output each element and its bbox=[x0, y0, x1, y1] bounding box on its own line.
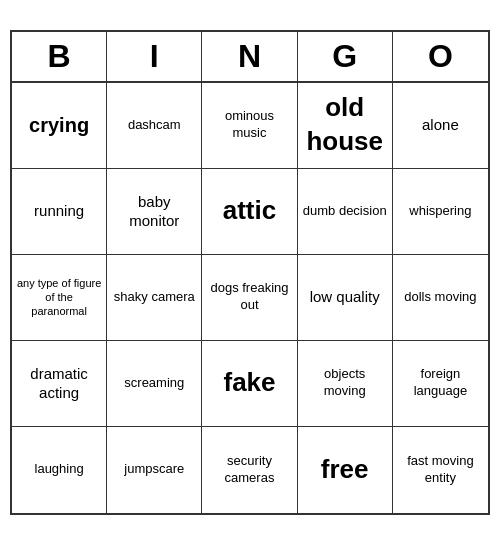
bingo-cell-7: attic bbox=[202, 169, 297, 255]
bingo-letter-o: O bbox=[393, 32, 488, 81]
bingo-cell-19: foreign language bbox=[393, 341, 488, 427]
bingo-letter-i: I bbox=[107, 32, 202, 81]
bingo-cell-2: ominous music bbox=[202, 83, 297, 169]
bingo-cell-4: alone bbox=[393, 83, 488, 169]
bingo-cell-14: dolls moving bbox=[393, 255, 488, 341]
bingo-cell-9: whispering bbox=[393, 169, 488, 255]
bingo-cell-16: screaming bbox=[107, 341, 202, 427]
bingo-cell-21: jumpscare bbox=[107, 427, 202, 513]
bingo-cell-22: security cameras bbox=[202, 427, 297, 513]
bingo-letter-g: G bbox=[298, 32, 393, 81]
bingo-cell-10: any type of figure of the paranormal bbox=[12, 255, 107, 341]
bingo-cell-6: baby monitor bbox=[107, 169, 202, 255]
bingo-cell-23: free bbox=[298, 427, 393, 513]
bingo-cell-20: laughing bbox=[12, 427, 107, 513]
bingo-cell-24: fast moving entity bbox=[393, 427, 488, 513]
bingo-card: BINGO cryingdashcamominous musicold hous… bbox=[10, 30, 490, 515]
bingo-cell-1: dashcam bbox=[107, 83, 202, 169]
bingo-letter-b: B bbox=[12, 32, 107, 81]
bingo-grid: cryingdashcamominous musicold housealone… bbox=[12, 83, 488, 513]
bingo-cell-15: dramatic acting bbox=[12, 341, 107, 427]
bingo-cell-12: dogs freaking out bbox=[202, 255, 297, 341]
bingo-letter-n: N bbox=[202, 32, 297, 81]
bingo-cell-8: dumb decision bbox=[298, 169, 393, 255]
bingo-cell-0: crying bbox=[12, 83, 107, 169]
bingo-cell-5: running bbox=[12, 169, 107, 255]
bingo-header: BINGO bbox=[12, 32, 488, 83]
bingo-cell-13: low quality bbox=[298, 255, 393, 341]
bingo-cell-17: fake bbox=[202, 341, 297, 427]
bingo-cell-11: shaky camera bbox=[107, 255, 202, 341]
bingo-cell-3: old house bbox=[298, 83, 393, 169]
bingo-cell-18: objects moving bbox=[298, 341, 393, 427]
